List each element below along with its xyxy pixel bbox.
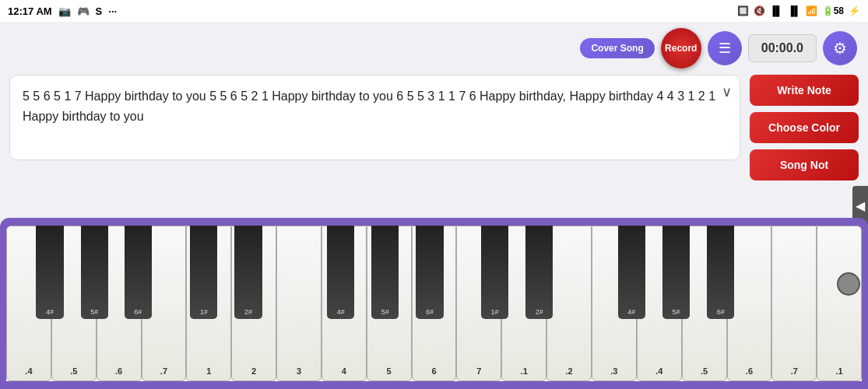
white-key[interactable]: 3 [276, 226, 322, 381]
mute-icon: 🔇 [754, 5, 765, 16]
black-key[interactable]: 2# [525, 226, 553, 319]
battery-icon: 🔋58 [822, 5, 844, 16]
black-key[interactable]: 4# [327, 226, 354, 319]
black-key[interactable]: 6# [125, 226, 152, 319]
signal2-icon: ▐▌ [788, 5, 801, 16]
wifi-icon: 📶 [806, 5, 817, 16]
status-icon-game: 🎮 [77, 5, 90, 17]
black-key[interactable]: 1# [481, 226, 508, 319]
black-key[interactable]: 5# [371, 226, 399, 319]
black-keys-overlay: 4#5#6#1#2#4#5#6#1#2#4#5#6# [6, 226, 862, 319]
right-indicator [837, 272, 860, 296]
choose-color-button[interactable]: Choose Color [750, 112, 859, 143]
nfc-icon: 🔲 [737, 5, 749, 16]
white-key[interactable]: .1 [817, 226, 862, 381]
status-icon-more: ··· [108, 5, 117, 17]
status-right: 🔲 🔇 ▐▌ ▐▌ 📶 🔋58 ⚡ [737, 5, 860, 16]
list-icon: ☰ [719, 40, 731, 57]
main-area: Cover Song Record ☰ 00:00.0 ⚙ 5 5 6 5 1 … [0, 22, 868, 389]
notes-dropdown-button[interactable]: ∨ [722, 83, 732, 100]
white-key[interactable]: .2 [546, 226, 592, 381]
settings-icon: ⚙ [833, 39, 847, 58]
song-not-button[interactable]: Song Not [750, 149, 859, 180]
black-key[interactable]: 6# [707, 226, 734, 319]
black-key[interactable]: 6# [416, 226, 443, 319]
black-key[interactable]: 2# [234, 226, 262, 319]
toolbar: Cover Song Record ☰ 00:00.0 ⚙ [0, 22, 868, 75]
timer-display: 00:00.0 [748, 34, 817, 62]
settings-button[interactable]: ⚙ [823, 31, 857, 65]
status-left: 12:17 AM 📷 🎮 S ··· [8, 5, 117, 17]
time-display: 12:17 AM [8, 5, 52, 17]
black-key[interactable]: 5# [662, 226, 690, 319]
charging-icon: ⚡ [849, 5, 860, 16]
black-key[interactable]: 1# [190, 226, 217, 319]
record-button[interactable]: Record [661, 28, 701, 68]
black-key[interactable]: 5# [81, 226, 108, 319]
side-buttons: Write Note Choose Color Song Not [750, 75, 859, 180]
status-icon-screenshot: 📷 [58, 5, 71, 17]
status-bar: 12:17 AM 📷 🎮 S ··· 🔲 🔇 ▐▌ ▐▌ 📶 🔋58 ⚡ [0, 0, 868, 22]
cover-song-button[interactable]: Cover Song [580, 38, 654, 58]
signal1-icon: ▐▌ [770, 5, 783, 16]
white-key[interactable]: .7 [771, 226, 817, 381]
notes-area: 5 5 6 5 1 7 Happy birthday to you 5 5 6 … [9, 75, 740, 160]
black-key[interactable]: 4# [618, 226, 645, 319]
dropdown-icon: ∨ [722, 84, 732, 100]
list-button[interactable]: ☰ [708, 31, 742, 65]
write-note-button[interactable]: Write Note [750, 75, 859, 106]
piano-wrapper: .4.5.6.71234567.1.2.3.4.5.6.7.1 4#5#6#1#… [0, 218, 868, 389]
content-row: 5 5 6 5 1 7 Happy birthday to you 5 5 6 … [0, 75, 868, 180]
piano-keys-container: .4.5.6.71234567.1.2.3.4.5.6.7.1 4#5#6#1#… [6, 226, 862, 381]
notes-text: 5 5 6 5 1 7 Happy birthday to you 5 5 6 … [23, 89, 715, 123]
status-icon-sim: S [96, 5, 103, 17]
black-key[interactable]: 4# [36, 226, 63, 319]
